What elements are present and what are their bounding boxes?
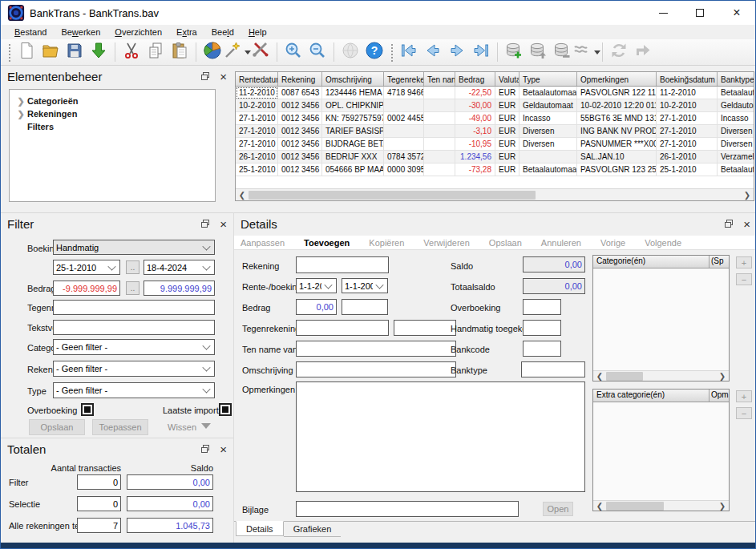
- laatste-import-checkbox[interactable]: [219, 403, 232, 416]
- overboeking-field[interactable]: [523, 299, 561, 315]
- tree-item-filters[interactable]: Filters: [14, 120, 215, 133]
- overboeking-checkbox[interactable]: [81, 403, 94, 416]
- table-cell[interactable]: EUR: [495, 125, 519, 138]
- type-select[interactable]: - Geen filter -: [53, 382, 215, 398]
- column-header-boekingsdatum[interactable]: Boekingsdatum⌄: [657, 72, 718, 86]
- copy-button[interactable]: [144, 41, 168, 63]
- close-panel-icon[interactable]: ×: [743, 218, 750, 230]
- table-cell[interactable]: [384, 138, 424, 151]
- table-cell[interactable]: 25-1-2010: [657, 163, 718, 176]
- db-update-button[interactable]: [526, 41, 550, 63]
- action-vorige[interactable]: Vorige: [600, 238, 625, 248]
- table-cell[interactable]: Verzamel: [718, 151, 754, 163]
- menu-item-beeld[interactable]: Beeld: [204, 26, 241, 38]
- table-cell[interactable]: [424, 151, 455, 163]
- wissen-dropdown-icon[interactable]: [201, 423, 211, 429]
- action-aanpassen[interactable]: Aanpassen: [241, 238, 285, 248]
- scroll-left-icon[interactable]: ❮: [593, 502, 606, 511]
- table-horizontal-scrollbar[interactable]: ❮ ❯: [236, 188, 754, 200]
- date-to-select[interactable]: 18-4-2024: [144, 260, 215, 275]
- table-cell[interactable]: 0002 4455 88: [384, 112, 424, 125]
- chevron-right-icon[interactable]: ❯: [14, 109, 27, 119]
- table-row[interactable]: 27-1-20100012 3456 78KN: 759275759759777…: [236, 112, 754, 125]
- float-panel-icon[interactable]: [724, 219, 734, 228]
- table-cell[interactable]: 25-1-2010: [236, 163, 278, 176]
- menu-item-help[interactable]: Help: [241, 26, 274, 38]
- table-cell[interactable]: Diversen: [519, 138, 577, 151]
- remove-extra-category-button[interactable]: −: [736, 407, 752, 419]
- table-cell[interactable]: Geldautomaat: [718, 99, 754, 112]
- table-cell[interactable]: [424, 138, 455, 151]
- table-row[interactable]: 11-2-20100087 6543 211234446 HEMA DE075 …: [236, 87, 754, 99]
- paste-button[interactable]: [168, 41, 192, 63]
- table-cell[interactable]: PASNUMMER ***X000 ING...: [577, 138, 657, 151]
- table-cell[interactable]: -22,50: [455, 87, 495, 99]
- table-cell[interactable]: 054666 BP MAASTRICHT: [322, 163, 384, 176]
- table-cell[interactable]: PASVOLGNR 122 11-02-20...: [577, 87, 657, 99]
- action-toevoegen[interactable]: Toevoegen: [304, 238, 350, 248]
- minimize-button[interactable]: [645, 1, 681, 25]
- db-add-button[interactable]: [502, 41, 526, 63]
- tekstvelden-input[interactable]: [53, 320, 215, 335]
- table-cell[interactable]: 26-1-2010: [236, 151, 278, 163]
- menu-item-bewerken[interactable]: Bewerken: [54, 26, 107, 38]
- table-cell[interactable]: EUR: [495, 112, 519, 125]
- scrollbar-thumb[interactable]: [249, 191, 536, 200]
- table-cell[interactable]: Betaalautomaat: [718, 163, 754, 176]
- table-cell[interactable]: [424, 87, 455, 99]
- close-button[interactable]: ×: [718, 1, 755, 25]
- table-cell[interactable]: 27-1-2010: [657, 125, 718, 138]
- table-cell[interactable]: TARIEF BASISPAKKET ...: [322, 125, 384, 138]
- first-record-button[interactable]: [397, 41, 421, 63]
- table-cell[interactable]: [384, 99, 424, 112]
- table-cell[interactable]: 27-1-2010: [236, 138, 278, 151]
- table-cell[interactable]: OPL. CHIPKNIP 02211...: [322, 99, 384, 112]
- categorie-select[interactable]: - Geen filter -: [53, 339, 215, 355]
- menu-item-overzichten[interactable]: Overzichten: [107, 26, 169, 38]
- table-cell[interactable]: -3,10: [455, 125, 495, 138]
- boekingsdatum-select[interactable]: Handmatig: [53, 240, 215, 255]
- table-cell[interactable]: 27-1-2010: [236, 125, 278, 138]
- extra-categories-scrollbar[interactable]: ❮ ❯: [593, 500, 729, 511]
- table-cell[interactable]: [424, 99, 455, 112]
- date-from-select[interactable]: 25-1-2010: [53, 260, 120, 275]
- float-panel-icon[interactable]: [200, 71, 210, 81]
- bedrag-max-input[interactable]: 9.999.999,99: [144, 281, 215, 296]
- table-cell[interactable]: Incasso: [519, 112, 577, 125]
- column-header-banktype[interactable]: Banktype: [718, 72, 754, 86]
- tegenrekening-input[interactable]: [296, 320, 389, 336]
- table-cell[interactable]: Geldautomaat: [519, 99, 577, 112]
- import-down-button[interactable]: [87, 41, 111, 63]
- opslaan-button[interactable]: Opslaan: [29, 419, 85, 435]
- export-button[interactable]: [631, 41, 655, 63]
- help-button[interactable]: ?: [362, 41, 386, 63]
- table-cell[interactable]: EUR: [495, 138, 519, 151]
- scroll-left-icon[interactable]: ❮: [236, 191, 249, 200]
- next-record-button[interactable]: [445, 41, 469, 63]
- table-row[interactable]: 10-2-20100012 3456 78OPL. CHIPKNIP 02211…: [236, 99, 754, 112]
- previous-record-button[interactable]: [421, 41, 445, 63]
- tegenrekening-input[interactable]: [53, 300, 215, 315]
- last-record-button[interactable]: [469, 41, 493, 63]
- table-cell[interactable]: -73,28: [455, 163, 495, 176]
- table-cell[interactable]: BIJDRAGE BETAALPAS ...: [322, 138, 384, 151]
- table-cell[interactable]: [519, 151, 577, 163]
- new-document-button[interactable]: [14, 41, 38, 63]
- chevron-right-icon[interactable]: ❯: [14, 96, 27, 107]
- table-cell[interactable]: Diversen: [718, 138, 754, 151]
- table-cell[interactable]: BEDRIJF XXX: [322, 151, 384, 163]
- table-cell[interactable]: 27-1-2010: [657, 112, 718, 125]
- table-cell[interactable]: 0012 3456 78: [278, 151, 322, 163]
- scroll-left-icon[interactable]: ❮: [593, 372, 606, 381]
- opmerkingen-textarea[interactable]: [296, 381, 585, 492]
- db-remove-button[interactable]: [550, 41, 574, 63]
- table-row[interactable]: 25-1-20100012 3456 78054666 BP MAASTRICH…: [236, 163, 754, 176]
- bankcode-input[interactable]: [523, 341, 561, 357]
- table-cell[interactable]: 0000 3095 27: [384, 163, 424, 176]
- bedrag-min-input[interactable]: -9.999.999,99: [53, 281, 120, 296]
- refresh-button[interactable]: [607, 41, 631, 63]
- table-cell[interactable]: 0784 3572 90: [384, 151, 424, 163]
- column-header-bedrag[interactable]: Bedrag: [455, 72, 495, 86]
- menu-item-bestand[interactable]: Bestand: [7, 26, 54, 38]
- scrollbar-thumb[interactable]: [606, 372, 643, 381]
